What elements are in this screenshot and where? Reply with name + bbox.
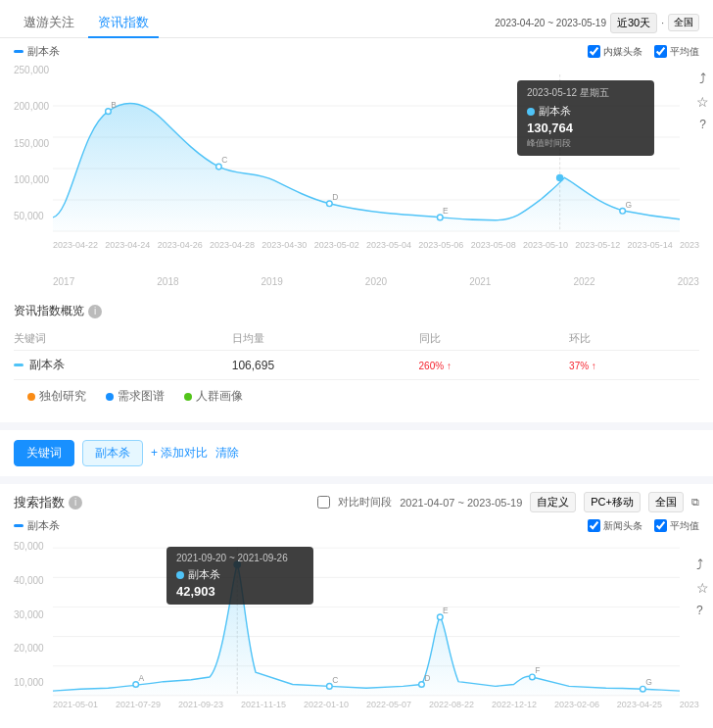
stats-title: 资讯指数概览 i bbox=[14, 303, 699, 319]
search-region-btn[interactable]: 全国 bbox=[648, 492, 684, 512]
keyword-btn-name[interactable]: 副本杀 bbox=[82, 440, 143, 466]
checkbox-media[interactable]: 内媒头条 bbox=[588, 45, 642, 59]
keyword-btn-type[interactable]: 关键词 bbox=[14, 440, 74, 466]
search-legend-dot bbox=[14, 524, 24, 527]
keyword-row: 关键词 副本杀 + 添加对比 清除 bbox=[14, 440, 699, 466]
top-section: 遨游关注 资讯指数 2023-04-20 ~ 2023-05-19 近30天 ·… bbox=[0, 0, 713, 422]
search-legend-label: 副本杀 bbox=[27, 518, 60, 533]
svg-text:B: B bbox=[241, 553, 247, 562]
search-chart-svg: A B C D E F G bbox=[53, 541, 680, 703]
platform-btn[interactable]: PC+移动 bbox=[584, 492, 641, 512]
mom-cell: 37% ↑ bbox=[569, 351, 699, 380]
analysis-tab-portrait[interactable]: 人群画像 bbox=[184, 388, 243, 405]
search-share-icon[interactable]: ⤴ bbox=[696, 557, 709, 572]
search-star-icon[interactable]: ☆ bbox=[696, 580, 709, 596]
page-wrapper: 遨游关注 资讯指数 2023-04-20 ~ 2023-05-19 近30天 ·… bbox=[0, 0, 713, 728]
svg-text:G: G bbox=[645, 677, 652, 687]
search-help-icon[interactable]: ? bbox=[696, 604, 709, 617]
svg-text:E: E bbox=[443, 606, 449, 615]
analysis-tab-research[interactable]: 独创研究 bbox=[27, 388, 86, 405]
svg-text:B: B bbox=[111, 100, 117, 110]
search-checkbox-news[interactable]: 新闻头条 bbox=[588, 519, 642, 533]
svg-text:A: A bbox=[139, 673, 145, 683]
keywords-section: 关键词 副本杀 + 添加对比 清除 bbox=[0, 430, 713, 476]
stats-section: 资讯指数概览 i 关键词 日均量 同比 环比 bbox=[0, 293, 713, 422]
tab-attention[interactable]: 遨游关注 bbox=[14, 8, 84, 37]
top-controls-right: 2023-04-20 ~ 2023-05-19 近30天 · 全国 bbox=[495, 13, 699, 33]
svg-point-38 bbox=[233, 560, 241, 568]
daily-cell: 106,695 bbox=[232, 351, 419, 380]
stats-table: 关键词 日均量 同比 环比 副本杀 106,6 bbox=[14, 327, 699, 379]
analysis-tabs: 独创研究 需求图谱 人群画像 bbox=[14, 379, 699, 413]
table-row: 副本杀 106,695 260% ↑ 37% ↑ bbox=[14, 351, 699, 380]
search-checkboxes: 新闻头条 平均值 bbox=[588, 519, 699, 533]
search-legend: 副本杀 bbox=[14, 518, 60, 533]
side-icons: ⤴ ☆ ? bbox=[696, 71, 709, 131]
help-icon[interactable]: ? bbox=[699, 118, 706, 131]
col-keyword: 关键词 bbox=[14, 327, 232, 351]
dot-icon bbox=[106, 393, 114, 401]
search-controls: 对比时间段 2021-04-07 ~ 2023-05-19 自定义 PC+移动 … bbox=[317, 492, 699, 512]
yoy-cell: 260% ↑ bbox=[419, 351, 570, 380]
kw-cell: 副本杀 bbox=[14, 351, 232, 380]
search-side-icons: ⤴ ☆ ? bbox=[696, 557, 709, 617]
separator: · bbox=[661, 18, 664, 28]
svg-text:G: G bbox=[625, 200, 632, 210]
dot-icon bbox=[27, 393, 35, 401]
top-chart-container: 250,000 200,000 150,000 100,000 50,000 bbox=[0, 61, 713, 276]
analysis-tab-demand[interactable]: 需求图谱 bbox=[106, 388, 165, 405]
add-compare-btn[interactable]: + 添加对比 bbox=[151, 445, 208, 461]
share-icon[interactable]: ⤴ bbox=[699, 71, 706, 86]
svg-text:C: C bbox=[221, 155, 227, 165]
info-icon[interactable]: i bbox=[88, 305, 102, 318]
search-section: 搜索指数 i 对比时间段 2021-04-07 ~ 2023-05-19 自定义… bbox=[0, 484, 713, 728]
tab-news-index[interactable]: 资讯指数 bbox=[88, 8, 159, 37]
col-mom: 环比 bbox=[569, 327, 699, 351]
col-yoy: 同比 bbox=[419, 327, 570, 351]
svg-text:D: D bbox=[424, 673, 430, 683]
custom-btn[interactable]: 自定义 bbox=[530, 492, 576, 512]
svg-text:D: D bbox=[332, 192, 338, 202]
compare-checkbox[interactable] bbox=[317, 496, 330, 509]
external-link-icon[interactable]: ⧉ bbox=[691, 496, 699, 509]
search-header: 搜索指数 i 对比时间段 2021-04-07 ~ 2023-05-19 自定义… bbox=[0, 484, 713, 516]
search-info-icon[interactable]: i bbox=[69, 496, 82, 510]
date-range-label: 2023-04-20 ~ 2023-05-19 bbox=[495, 18, 606, 28]
search-chart-container: 50,000 40,000 30,000 20,000 10,000 bbox=[0, 537, 713, 728]
svg-point-16 bbox=[556, 174, 564, 182]
svg-text:C: C bbox=[332, 675, 338, 685]
clear-btn[interactable]: 清除 bbox=[215, 445, 239, 461]
checkbox-avg[interactable]: 平均值 bbox=[654, 45, 699, 59]
svg-text:F: F bbox=[535, 665, 540, 675]
dot-icon bbox=[184, 393, 192, 401]
checkboxes-row: 内媒头条 平均值 bbox=[588, 45, 699, 59]
chart-legend: 副本杀 bbox=[14, 44, 60, 59]
search-date-range: 2021-04-07 ~ 2023-05-19 bbox=[400, 497, 522, 509]
legend-dot bbox=[14, 50, 24, 53]
svg-text:E: E bbox=[443, 206, 449, 216]
legend-label: 副本杀 bbox=[27, 44, 60, 59]
search-title: 搜索指数 i bbox=[14, 494, 82, 511]
col-daily: 日均量 bbox=[232, 327, 419, 351]
star-icon[interactable]: ☆ bbox=[696, 94, 709, 110]
search-checkbox-avg[interactable]: 平均值 bbox=[654, 519, 699, 533]
top-chart-svg: B C D E G bbox=[53, 65, 680, 241]
period-button[interactable]: 近30天 bbox=[610, 13, 657, 33]
tabs-row: 遨游关注 资讯指数 2023-04-20 ~ 2023-05-19 近30天 ·… bbox=[0, 0, 713, 38]
region-button[interactable]: 全国 bbox=[668, 14, 699, 31]
